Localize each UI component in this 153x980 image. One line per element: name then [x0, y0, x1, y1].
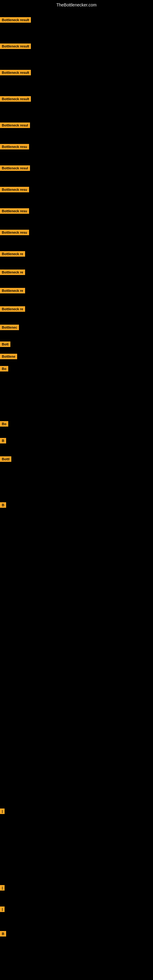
bottleneck-badge: B — [0, 502, 6, 508]
bottleneck-badge: Bottleneck re — [0, 306, 25, 312]
bottleneck-badge-row: Bottleneck resu — [0, 144, 29, 151]
bottleneck-badge-row: | — [0, 907, 5, 913]
bottleneck-badge-row: Bottleneck resu — [0, 187, 29, 194]
bottleneck-badge-row: Bottleneck result — [0, 17, 31, 24]
bottleneck-badge: Bottleneck result — [0, 96, 31, 102]
bottleneck-badge: B — [0, 438, 6, 444]
bottleneck-badge: Bottleneck resu — [0, 208, 29, 214]
bottleneck-badge: Bottleneck re — [0, 251, 25, 257]
bottleneck-badge-row: | — [0, 885, 5, 892]
bottleneck-badge-row: Bottlene — [0, 354, 17, 360]
bottleneck-badge: Bottleneck result — [0, 17, 31, 23]
bottleneck-badge: Bottleneck resul — [0, 123, 30, 128]
bottleneck-badge-row: Bo — [0, 421, 8, 428]
bottleneck-badge-row: Bottl — [0, 456, 11, 463]
bottleneck-badge-row: | — [0, 808, 5, 815]
bottleneck-badge: Bo — [0, 421, 8, 426]
bottleneck-badge-row: Bottleneck re — [0, 306, 25, 313]
bottleneck-badge-row: Bottlenec — [0, 325, 19, 331]
bottleneck-badge-row: Bottleneck resu — [0, 208, 29, 215]
bottleneck-badge-row: Bottleneck result — [0, 43, 31, 50]
bottleneck-badge: Bottleneck result — [0, 70, 31, 75]
bottleneck-badge: Bo — [0, 366, 8, 371]
bottleneck-badge-row: Bottleneck resu — [0, 230, 29, 236]
bottleneck-badge: | — [0, 885, 5, 891]
bottleneck-badge: Bottlenec — [0, 325, 19, 330]
bottleneck-badge: Bottleneck re — [0, 288, 25, 293]
bottleneck-badge: Bottleneck resu — [0, 187, 29, 192]
site-title: TheBottlenecker.com — [0, 0, 153, 10]
bottleneck-badge: | — [0, 907, 5, 912]
bottleneck-badge-row: B — [0, 502, 6, 509]
bottleneck-badge: Bottlene — [0, 354, 17, 359]
bottleneck-badge-row: Bottleneck re — [0, 288, 25, 294]
bottleneck-badge: Bottleneck result — [0, 43, 31, 49]
bottleneck-badge-row: Bottleneck resul — [0, 123, 30, 129]
bottleneck-badge: | — [0, 808, 5, 814]
bottleneck-badge: Bottleneck resu — [0, 144, 29, 150]
bottleneck-badge-row: Bottleneck result — [0, 70, 31, 76]
bottleneck-badge-row: B — [0, 438, 6, 445]
bottleneck-badge: Bott — [0, 342, 10, 347]
bottleneck-badge: Bottleneck resul — [0, 165, 30, 171]
bottleneck-badge: B — [0, 931, 6, 937]
bottleneck-badge-row: B — [0, 931, 6, 938]
bottleneck-badge-row: Bottleneck result — [0, 96, 31, 103]
bottleneck-badge-row: Bottleneck resul — [0, 165, 30, 172]
bottleneck-badge-row: Bottleneck re — [0, 251, 25, 258]
bottleneck-badge: Bottleneck resu — [0, 230, 29, 235]
bottleneck-badge-row: Bottleneck re — [0, 269, 25, 276]
bottleneck-badge-row: Bott — [0, 342, 10, 348]
bottleneck-badge: Bottl — [0, 456, 11, 462]
bottleneck-badge: Bottleneck re — [0, 269, 25, 275]
bottleneck-badge-row: Bo — [0, 366, 8, 373]
